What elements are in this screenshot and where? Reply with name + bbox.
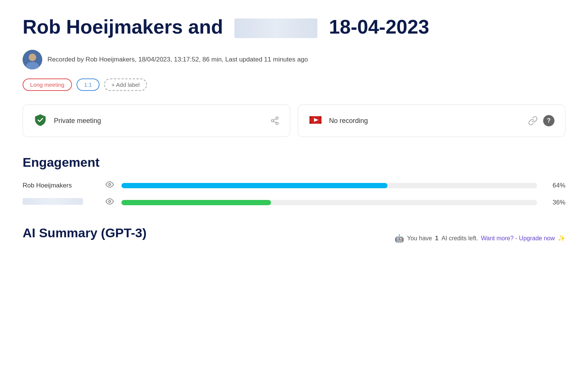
meta-row: Recorded by Rob Hoeijmakers, 18/04/2023,… [23, 50, 565, 69]
ai-summary-header: AI Summary (GPT-3) 🤖 You have 1 AI credi… [23, 226, 565, 251]
engagement-name-other [23, 198, 98, 207]
card-actions-recording: ? [528, 115, 554, 126]
label-1on1[interactable]: 1:1 [77, 78, 100, 91]
svg-line-7 [274, 119, 276, 120]
ai-credits-pre: You have [407, 235, 432, 242]
svg-rect-11 [320, 116, 322, 118]
title-text-part1: Rob Hoeijmakers and [23, 16, 223, 38]
link-button[interactable] [528, 116, 538, 126]
pct-rob: 64% [545, 182, 565, 189]
engagement-name-rob: Rob Hoeijmakers [23, 182, 98, 189]
private-meeting-card: Private meeting [23, 104, 290, 137]
svg-point-1 [29, 54, 36, 61]
svg-point-14 [109, 184, 111, 186]
engagement-section: Engagement Rob Hoeijmakers 64% 36% [23, 155, 565, 207]
label-long-meeting[interactable]: Long meeting [23, 78, 72, 91]
no-recording-card: No recording ? [298, 104, 565, 137]
no-recording-label: No recording [329, 117, 368, 125]
ai-summary-title: AI Summary (GPT-3) [23, 226, 147, 240]
svg-rect-12 [309, 122, 311, 124]
cards-row: Private meeting [23, 104, 565, 137]
engagement-title: Engagement [23, 155, 565, 170]
svg-line-6 [274, 121, 276, 123]
card-left-private: Private meeting [34, 113, 101, 128]
eye-icon-rob[interactable] [106, 180, 114, 190]
svg-point-15 [109, 201, 111, 203]
engagement-row-rob: Rob Hoeijmakers 64% [23, 180, 565, 190]
card-actions-private [270, 116, 279, 125]
page-title: Rob Hoeijmakers and 18-04-2023 [23, 15, 565, 38]
card-left-recording: No recording [309, 113, 368, 128]
engagement-row-other: 36% [23, 197, 565, 207]
pct-other: 36% [545, 199, 565, 206]
avatar [23, 50, 42, 69]
meta-text: Recorded by Rob Hoeijmakers, 18/04/2023,… [47, 56, 308, 63]
title-blurred-name [234, 18, 317, 38]
robot-icon: 🤖 [395, 234, 404, 243]
bar-fill-rob [121, 183, 387, 188]
help-button[interactable]: ? [543, 115, 554, 126]
blurred-name-bar [23, 198, 83, 205]
sparkle-icon: ✨ [558, 235, 565, 242]
upgrade-link[interactable]: Want more? - Upgrade now [481, 235, 555, 242]
shield-icon [34, 113, 47, 128]
bar-fill-other [121, 200, 271, 205]
label-add[interactable]: + Add label [104, 78, 147, 91]
svg-rect-10 [309, 116, 311, 118]
title-date: 18-04-2023 [329, 16, 429, 38]
share-button[interactable] [270, 116, 279, 125]
eye-icon-other[interactable] [106, 197, 114, 207]
labels-row: Long meeting 1:1 + Add label [23, 78, 565, 91]
ai-credits-post: AI credits left. [441, 235, 478, 242]
ai-credits-count: 1 [435, 235, 438, 242]
bar-other [121, 200, 537, 205]
svg-rect-13 [320, 122, 322, 124]
private-meeting-label: Private meeting [54, 117, 101, 125]
film-icon [309, 113, 322, 128]
ai-credits-row: 🤖 You have 1 AI credits left. Want more?… [395, 234, 565, 243]
bar-rob [121, 183, 537, 188]
